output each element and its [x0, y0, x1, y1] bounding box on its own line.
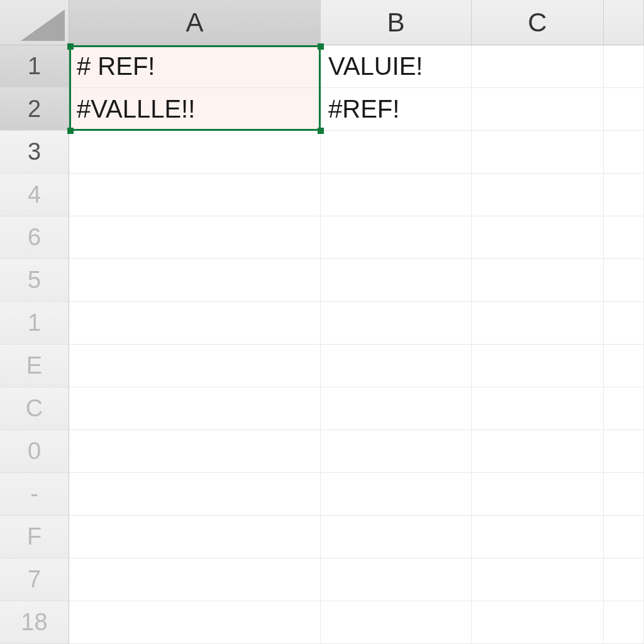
- row-label: -: [30, 480, 38, 508]
- row-header-11[interactable]: -: [0, 473, 69, 516]
- cell-a3[interactable]: [69, 131, 321, 174]
- row-label: 4: [28, 181, 41, 208]
- cell-b12[interactable]: [321, 516, 472, 558]
- cell-c8[interactable]: [472, 345, 604, 387]
- row-header-4[interactable]: 4: [0, 174, 69, 216]
- cell-d8[interactable]: [604, 345, 644, 387]
- cell-a8[interactable]: [69, 345, 321, 387]
- cell-c4[interactable]: [472, 174, 604, 216]
- row-label: F: [27, 523, 42, 550]
- column-label: A: [186, 8, 203, 38]
- cell-c14[interactable]: [472, 601, 604, 644]
- cell-value: # REF!: [77, 52, 155, 80]
- row-label: E: [26, 352, 42, 379]
- cell-b5[interactable]: [321, 216, 472, 259]
- cell-c9[interactable]: [472, 387, 604, 430]
- cell-a6[interactable]: [69, 259, 321, 302]
- row-header-1[interactable]: 1: [0, 45, 69, 88]
- selection-handle-bottom-right[interactable]: [318, 128, 324, 134]
- cell-a9[interactable]: [69, 387, 321, 430]
- row-header-13[interactable]: 7: [0, 558, 69, 601]
- cell-d3[interactable]: [604, 131, 644, 174]
- cell-a10[interactable]: [69, 430, 321, 473]
- cell-d12[interactable]: [604, 516, 644, 558]
- selection-handle-top-right[interactable]: [318, 43, 324, 50]
- row-label: 18: [21, 609, 47, 636]
- cell-b10[interactable]: [321, 430, 472, 473]
- row-header-8[interactable]: E: [0, 345, 69, 387]
- cell-d7[interactable]: [604, 302, 644, 345]
- cell-value: #VALLLE!!: [77, 95, 195, 123]
- column-header-a[interactable]: A: [69, 0, 321, 45]
- cell-d10[interactable]: [604, 430, 644, 473]
- cell-a5[interactable]: [69, 216, 321, 259]
- cell-b2[interactable]: #REF!: [321, 88, 472, 131]
- cell-c10[interactable]: [472, 430, 604, 473]
- select-all-triangle-icon: [21, 9, 65, 41]
- cell-c5[interactable]: [472, 216, 604, 259]
- cell-b13[interactable]: [321, 558, 472, 601]
- cell-d9[interactable]: [604, 387, 644, 430]
- cell-c11[interactable]: [472, 473, 604, 516]
- cell-d2[interactable]: [604, 88, 644, 131]
- cell-d6[interactable]: [604, 259, 644, 302]
- row-label: 7: [28, 566, 41, 593]
- row-label: 3: [28, 138, 41, 165]
- row-header-5[interactable]: 6: [0, 216, 69, 259]
- cell-c7[interactable]: [472, 302, 604, 345]
- cell-a14[interactable]: [69, 601, 321, 644]
- row-header-14[interactable]: 18: [0, 601, 69, 644]
- cell-b8[interactable]: [321, 345, 472, 387]
- spreadsheet-grid: A B C 1 # REF! VALUIE! 2 #VALLLE!! #REF!…: [0, 0, 644, 644]
- cell-c12[interactable]: [472, 516, 604, 558]
- cell-b7[interactable]: [321, 302, 472, 345]
- cell-b6[interactable]: [321, 259, 472, 302]
- column-header-d[interactable]: [604, 0, 644, 45]
- row-header-9[interactable]: C: [0, 387, 69, 430]
- cell-b9[interactable]: [321, 387, 472, 430]
- selection-handle-top-left[interactable]: [67, 43, 74, 50]
- row-header-3[interactable]: 3: [0, 131, 69, 174]
- cell-c1[interactable]: [472, 45, 604, 88]
- cell-d1[interactable]: [604, 45, 644, 88]
- cell-a2[interactable]: #VALLLE!!: [69, 88, 321, 131]
- column-label: B: [387, 8, 404, 38]
- row-header-10[interactable]: 0: [0, 430, 69, 473]
- cell-c2[interactable]: [472, 88, 604, 131]
- cell-a12[interactable]: [69, 516, 321, 558]
- column-label: C: [528, 8, 547, 38]
- row-label: C: [26, 395, 43, 422]
- cell-d11[interactable]: [604, 473, 644, 516]
- row-header-6[interactable]: 5: [0, 259, 69, 302]
- cell-c13[interactable]: [472, 558, 604, 601]
- select-all-corner[interactable]: [0, 0, 69, 45]
- selection-handle-bottom-left[interactable]: [67, 128, 74, 134]
- cell-c3[interactable]: [472, 131, 604, 174]
- cell-a1[interactable]: # REF!: [69, 45, 321, 88]
- cell-d4[interactable]: [604, 174, 644, 216]
- cell-b1[interactable]: VALUIE!: [321, 45, 472, 88]
- row-header-7[interactable]: 1: [0, 302, 69, 345]
- row-header-12[interactable]: F: [0, 516, 69, 558]
- cell-a11[interactable]: [69, 473, 321, 516]
- cell-b4[interactable]: [321, 174, 472, 216]
- row-label: 0: [28, 438, 41, 465]
- cell-a7[interactable]: [69, 302, 321, 345]
- column-header-c[interactable]: C: [472, 0, 604, 45]
- cell-value: #REF!: [328, 95, 399, 123]
- row-label: 6: [28, 224, 41, 251]
- cell-c6[interactable]: [472, 259, 604, 302]
- cell-a13[interactable]: [69, 558, 321, 601]
- cell-value: VALUIE!: [328, 52, 423, 80]
- row-label: 1: [28, 53, 41, 80]
- column-header-b[interactable]: B: [321, 0, 472, 45]
- cell-b14[interactable]: [321, 601, 472, 644]
- row-header-2[interactable]: 2: [0, 88, 69, 131]
- cell-d5[interactable]: [604, 216, 644, 259]
- cell-b11[interactable]: [321, 473, 472, 516]
- cell-d14[interactable]: [604, 601, 644, 644]
- cell-b3[interactable]: [321, 131, 472, 174]
- cell-d13[interactable]: [604, 558, 644, 601]
- row-label: 2: [28, 96, 41, 123]
- cell-a4[interactable]: [69, 174, 321, 216]
